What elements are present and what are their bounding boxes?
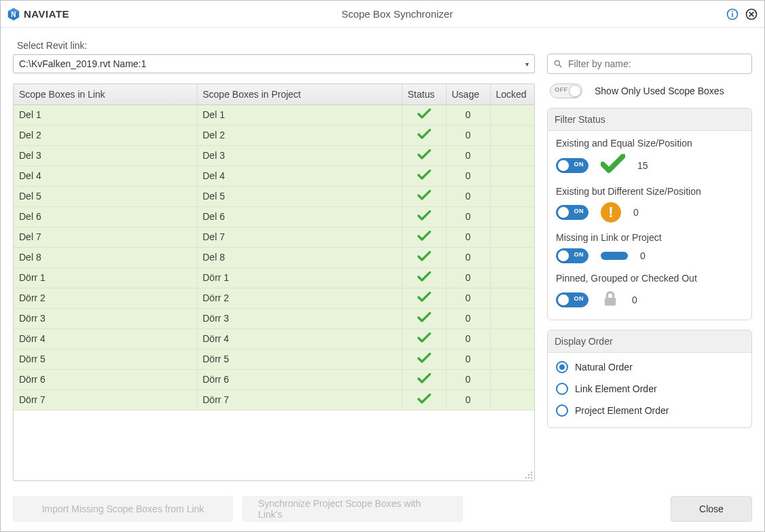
filter-diff-toggle[interactable]: ON (556, 205, 589, 220)
svg-rect-15 (605, 298, 616, 306)
col-header-status[interactable]: Status (402, 84, 446, 104)
cell-project: Del 7 (197, 227, 402, 247)
link-select-dropdown[interactable]: C:\KvFalken_2019.rvt Name:1 ▾ (13, 54, 535, 73)
table-row[interactable]: Dörr 4Dörr 40 (14, 328, 534, 349)
col-header-usage[interactable]: Usage (446, 84, 490, 104)
cell-project: Dörr 2 (197, 288, 402, 308)
table-row[interactable]: Del 6Del 60 (14, 206, 534, 227)
cell-locked (490, 369, 534, 390)
cell-project: Dörr 5 (197, 349, 402, 369)
filter-equal-toggle[interactable]: ON (556, 158, 589, 173)
cell-project: Del 8 (197, 247, 402, 267)
brand-text: NAVIATE (24, 8, 69, 20)
resize-grip-icon[interactable] (525, 471, 533, 479)
cell-link: Dörr 2 (14, 288, 197, 308)
filter-by-name-input[interactable] (547, 54, 752, 74)
cell-link: Del 5 (14, 186, 197, 206)
import-missing-button: Import Missing Scope Boxes from Link (13, 496, 233, 522)
close-icon[interactable] (744, 7, 759, 22)
cell-status-check-icon (402, 166, 446, 186)
scope-boxes-table: Scope Boxes in Link Scope Boxes in Proje… (13, 83, 535, 481)
dialog-window: N NAVIATE Scope Box Synchronizer Select … (0, 0, 765, 532)
cell-usage: 0 (446, 166, 490, 186)
col-header-project[interactable]: Scope Boxes in Project (197, 84, 402, 104)
table-row[interactable]: Dörr 3Dörr 30 (14, 308, 534, 328)
cell-locked (490, 104, 534, 125)
table-row[interactable]: Del 5Del 50 (14, 186, 534, 206)
table-row[interactable]: Dörr 7Dörr 70 (14, 390, 534, 410)
svg-point-12 (525, 477, 527, 478)
cell-status-check-icon (402, 125, 446, 145)
table-row[interactable]: Del 1Del 10 (14, 104, 534, 125)
radio-natural-order[interactable]: Natural Order (556, 360, 743, 375)
cell-link: Del 3 (14, 145, 197, 166)
cell-usage: 0 (446, 349, 490, 369)
table-row[interactable]: Del 7Del 70 (14, 227, 534, 247)
filter-diff-count: 0 (633, 207, 639, 218)
link-select-value: C:\KvFalken_2019.rvt Name:1 (19, 58, 147, 69)
cell-usage: 0 (446, 308, 490, 328)
cell-status-check-icon (402, 206, 446, 227)
brand-logo: N NAVIATE (6, 7, 69, 22)
table-row[interactable]: Dörr 2Dörr 20 (14, 288, 534, 308)
cell-link: Dörr 5 (14, 349, 197, 369)
cell-status-check-icon (402, 369, 446, 390)
search-icon (553, 59, 563, 69)
svg-point-9 (531, 472, 532, 473)
cell-status-check-icon (402, 145, 446, 166)
show-only-used-toggle[interactable]: OFF (550, 83, 582, 98)
radio-project-label: Project Element Order (575, 405, 669, 416)
filter-missing-count: 0 (640, 250, 646, 261)
info-icon[interactable] (725, 7, 740, 22)
cell-usage: 0 (446, 206, 490, 227)
filter-equal-count: 15 (637, 160, 648, 171)
radio-link-order[interactable]: Link Element Order (556, 381, 743, 396)
cell-status-check-icon (402, 104, 446, 125)
table-row[interactable]: Del 4Del 40 (14, 166, 534, 186)
cell-usage: 0 (446, 145, 490, 166)
cell-locked (490, 227, 534, 247)
cell-locked (490, 166, 534, 186)
cell-status-check-icon (402, 308, 446, 328)
table-row[interactable]: Del 3Del 30 (14, 145, 534, 166)
filter-missing-label: Missing in Link or Project (556, 232, 743, 243)
cell-locked (490, 267, 534, 288)
display-order-header: Display Order (548, 330, 751, 353)
cell-locked (490, 328, 534, 349)
filter-pinned-toggle[interactable]: ON (556, 292, 589, 307)
cell-project: Del 1 (197, 104, 402, 125)
cell-project: Dörr 1 (197, 267, 402, 288)
cell-usage: 0 (446, 125, 490, 145)
table-row[interactable]: Del 2Del 20 (14, 125, 534, 145)
title-bar: N NAVIATE Scope Box Synchronizer (1, 1, 764, 28)
cell-usage: 0 (446, 227, 490, 247)
svg-point-11 (531, 474, 532, 476)
cell-project: Del 6 (197, 206, 402, 227)
close-button[interactable]: Close (671, 496, 752, 522)
cell-project: Dörr 4 (197, 328, 402, 349)
svg-rect-4 (732, 13, 733, 17)
table-row[interactable]: Del 8Del 80 (14, 247, 534, 267)
radio-link-label: Link Element Order (575, 383, 657, 394)
display-order-panel: Display Order Natural Order Link Element… (547, 330, 752, 428)
filter-diff-label: Existing but Different Size/Position (556, 186, 743, 197)
svg-point-7 (555, 60, 559, 65)
cell-usage: 0 (446, 267, 490, 288)
radio-project-order[interactable]: Project Element Order (556, 403, 743, 418)
filter-pinned-label: Pinned, Grouped or Checked Out (556, 273, 743, 284)
cell-usage: 0 (446, 369, 490, 390)
table-row[interactable]: Dörr 6Dörr 60 (14, 369, 534, 390)
cell-link: Dörr 4 (14, 328, 197, 349)
table-row[interactable]: Dörr 1Dörr 10 (14, 267, 534, 288)
filter-input-field[interactable] (567, 58, 746, 70)
bar-icon (601, 252, 628, 260)
cell-link: Dörr 1 (14, 267, 197, 288)
table-row[interactable]: Dörr 5Dörr 50 (14, 349, 534, 369)
col-header-locked[interactable]: Locked (490, 84, 534, 104)
filter-missing-toggle[interactable]: ON (556, 248, 589, 263)
cell-status-check-icon (402, 186, 446, 206)
col-header-link[interactable]: Scope Boxes in Link (14, 84, 197, 104)
hexagon-icon: N (6, 7, 21, 22)
cell-locked (490, 349, 534, 369)
cell-link: Del 1 (14, 104, 197, 125)
